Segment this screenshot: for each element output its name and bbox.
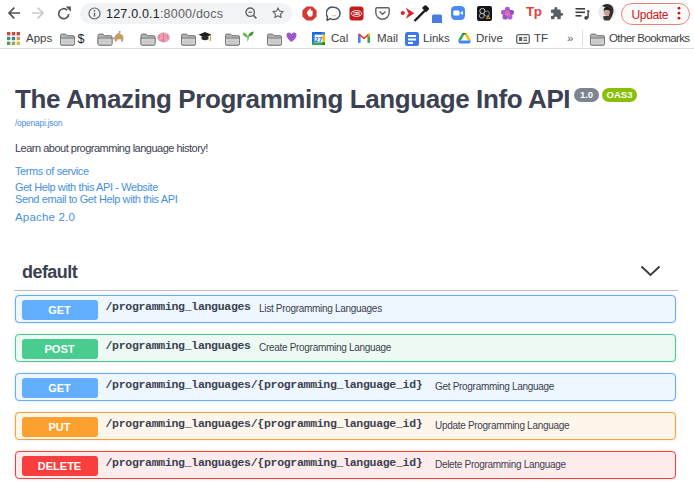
svg-text:CBS: CBS bbox=[353, 12, 360, 16]
svg-text:27: 27 bbox=[315, 35, 323, 42]
